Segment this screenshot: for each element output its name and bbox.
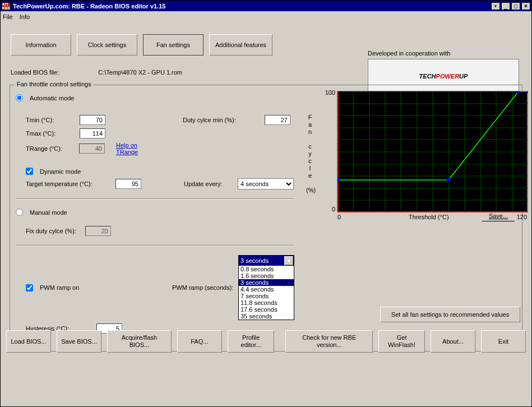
svg-rect-27 [447, 178, 450, 182]
manual-mode-radio[interactable] [16, 209, 23, 216]
pwm-option[interactable]: 3 seconds ↖ [239, 279, 294, 286]
trange-label: TRange (°C): [26, 145, 76, 152]
svg-rect-28 [517, 91, 520, 93]
iconify-button[interactable]: ▾ [491, 2, 500, 10]
pwm-option[interactable]: 35 seconds [239, 313, 294, 320]
pwm-option[interactable]: 0.8 seconds [239, 266, 294, 272]
load-bios-button[interactable]: Load BIOS... [6, 330, 51, 353]
manual-mode-label: Manual mode [30, 209, 67, 216]
svg-rect-26 [337, 178, 339, 182]
save-chart-button[interactable]: Save... [482, 212, 515, 221]
tmin-label: Tmin (°C): [26, 117, 76, 123]
loaded-bios-path: C:\Temp\4870 X2 - GPU 1.rom [98, 69, 182, 76]
tab-fan-settings[interactable]: Fan settings [143, 34, 203, 55]
window-title: TechPowerUp.com: RBE - Radeon BIOS edito… [13, 3, 490, 10]
maximize-button[interactable]: □ [511, 2, 520, 10]
tmin-input[interactable] [80, 115, 105, 125]
exit-button[interactable]: Exit [481, 330, 526, 353]
cursor-icon: ↖ [279, 279, 286, 288]
chart-y-max: 100 [322, 89, 335, 96]
tmax-label: Tmax (°C): [26, 130, 76, 137]
fix-duty-input [85, 226, 111, 236]
faq-button[interactable]: FAQ... [177, 330, 222, 353]
pwm-option[interactable]: 7 seconds [239, 293, 294, 299]
pwm-ramp-select[interactable]: 3 seconds ▼ 0.8 seconds 1.6 seconds 3 se… [238, 255, 294, 320]
target-temp-input[interactable] [115, 179, 141, 189]
update-every-select[interactable]: 4 seconds [238, 178, 294, 189]
fix-duty-label: Fix duty cylce (%): [26, 228, 82, 234]
menu-info[interactable]: Info [20, 13, 30, 20]
target-temp-label: Target temperature (°C): [26, 181, 112, 187]
logo-caption: Developed in cooperation with [368, 50, 522, 57]
chart-y-min: 0 [322, 206, 335, 212]
acquire-flash-button[interactable]: Acquire/flash BIOS... [107, 330, 172, 353]
close-button[interactable]: × [521, 2, 530, 10]
fan-curve-chart: 100 0 F a n c y c l e (%) 0 Threshold (°… [337, 91, 528, 212]
save-bios-button[interactable]: Save BIOS... [57, 330, 101, 353]
tab-additional-features[interactable]: Additional features [209, 34, 272, 55]
pwm-ramp-on-label: PWM ramp on [40, 284, 169, 291]
chart-y-axis-title: F a n c y c l e (%) [306, 114, 314, 194]
duty-cycle-min-label: Duty cylce min (%): [183, 117, 261, 123]
pwm-ramp-on-checkbox[interactable] [26, 284, 33, 292]
chart-x-min: 0 [337, 214, 341, 220]
menu-file[interactable]: File [3, 13, 13, 20]
set-recommended-button[interactable]: Set all fan settings to recommended valu… [380, 307, 520, 322]
loaded-bios-label: Loaded BIOS file: [11, 69, 59, 76]
trange-input [79, 144, 105, 154]
pwm-option[interactable]: 11.8 seconds [239, 299, 294, 306]
chevron-down-icon[interactable]: ▼ [284, 256, 293, 265]
svg-rect-29 [526, 91, 528, 93]
trange-help-link[interactable]: Help on TRange [116, 142, 160, 155]
duty-cycle-min-input[interactable] [265, 115, 290, 125]
tab-information[interactable]: Information [11, 34, 71, 55]
minimize-button[interactable]: _ [501, 2, 510, 10]
app-icon: ATI RBE [2, 2, 11, 10]
check-version-button[interactable]: Check for new RBE version... [285, 330, 373, 353]
get-winflash-button[interactable]: Get WinFlash! [378, 330, 425, 353]
about-button[interactable]: About... [431, 330, 475, 353]
chart-x-max: 120 [517, 214, 527, 220]
menubar: File Info [1, 11, 531, 22]
chart-x-axis-title: Threshold (°C) [409, 214, 449, 220]
update-every-label: Update every: [184, 181, 234, 187]
pwm-ramp-seconds-label: PWM ramp (seconds): [172, 284, 235, 291]
pwm-option[interactable]: 17.6 seconds [239, 306, 294, 313]
dynamic-mode-label: Dynamic mode [40, 168, 81, 175]
automatic-mode-label: Automatic mode [30, 95, 74, 101]
titlebar[interactable]: ATI RBE TechPowerUp.com: RBE - Radeon BI… [1, 1, 531, 11]
tmax-input[interactable] [80, 128, 105, 138]
dynamic-mode-checkbox[interactable] [26, 168, 33, 175]
tab-clock-settings[interactable]: Clock settings [77, 34, 137, 55]
profile-editor-button[interactable]: Profile editor... [228, 330, 274, 353]
pwm-option[interactable]: 1.6 seconds [239, 272, 294, 279]
automatic-mode-radio[interactable] [16, 94, 23, 101]
